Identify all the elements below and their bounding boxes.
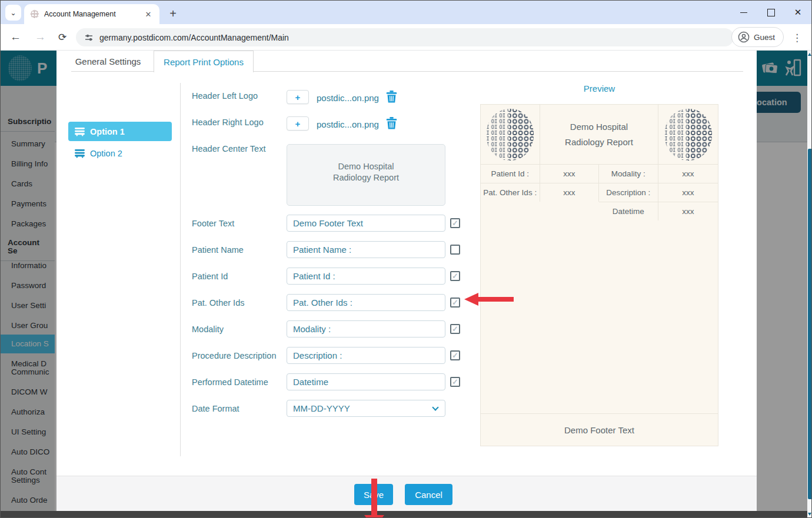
procedure-description-label: Procedure Description xyxy=(192,351,276,360)
option-list: Option 1 Option 2 xyxy=(56,72,180,476)
header-left-logo-add-button[interactable]: + xyxy=(287,90,309,104)
procedure-description-checkbox[interactable] xyxy=(450,350,460,360)
patient-id-checkbox[interactable] xyxy=(450,271,460,281)
profile-button[interactable]: Guest xyxy=(731,27,784,47)
forward-button xyxy=(35,31,46,44)
preview-right-logo xyxy=(658,105,718,164)
option-1-item[interactable]: Option 1 xyxy=(68,122,172,141)
profile-label: Guest xyxy=(754,33,775,42)
patient-name-input[interactable] xyxy=(287,241,445,258)
footer-text-checkbox[interactable] xyxy=(450,218,460,228)
header-center-text-label: Header Center Text xyxy=(192,144,265,153)
arrow-head xyxy=(364,515,384,518)
pat-other-ids-checkbox[interactable] xyxy=(450,298,460,308)
header-left-logo-filename: postdic...on.png xyxy=(317,93,379,103)
report-preview: Demo Hospital Radiology Report Patient I… xyxy=(480,104,718,446)
date-format-label: Date Format xyxy=(192,404,239,413)
performed-datetime-input[interactable] xyxy=(287,373,445,390)
preview-table-row: Datetime xxx xyxy=(481,202,718,220)
pat-other-ids-label: Pat. Other Ids xyxy=(192,298,244,308)
site-settings-icon[interactable] xyxy=(84,33,94,42)
chevron-down-icon xyxy=(432,404,438,410)
favicon-icon xyxy=(30,9,39,19)
patient-id-label: Patient Id xyxy=(192,272,228,281)
preview-cell xyxy=(540,202,600,220)
report-print-options-modal: General Settings Report Print Options Op… xyxy=(56,51,757,511)
preview-body xyxy=(481,220,718,413)
modality-label: Modality xyxy=(192,325,224,334)
tab-general-settings[interactable]: General Settings xyxy=(62,51,154,72)
url-text: germany.postdicom.com/AccountManagement/… xyxy=(99,33,289,42)
browser-menu-icon[interactable] xyxy=(792,32,802,44)
new-tab-button[interactable] xyxy=(165,6,181,21)
browser-window: ⌄ Account Management germany.postdicom.c… xyxy=(0,0,812,518)
patient-name-checkbox[interactable] xyxy=(450,245,460,255)
report-option-icon xyxy=(74,149,85,158)
column-divider xyxy=(180,83,181,456)
url-bar[interactable]: germany.postdicom.com/AccountManagement/… xyxy=(76,28,734,46)
modality-input[interactable] xyxy=(287,320,445,337)
back-button[interactable] xyxy=(10,31,21,44)
annotation-arrow-save-button xyxy=(364,479,384,518)
hospital-logo-icon xyxy=(483,107,537,162)
header-left-logo-delete-icon[interactable] xyxy=(386,91,397,103)
page-scrollbar[interactable] xyxy=(807,51,812,518)
preview-cell: Modality : xyxy=(599,164,658,183)
footer-text-label: Footer Text xyxy=(192,219,234,228)
scrollbar-down-arrow[interactable] xyxy=(808,513,811,516)
patient-id-input[interactable] xyxy=(287,268,445,285)
option-2-item[interactable]: Option 2 xyxy=(68,143,172,163)
scrollbar-up-arrow[interactable] xyxy=(808,53,811,56)
avatar-icon xyxy=(738,31,750,43)
preview-title: Preview xyxy=(480,83,718,93)
browser-tab-strip: ⌄ Account Management xyxy=(1,1,811,24)
patient-name-label: Patient Name xyxy=(192,245,244,255)
arrow-head xyxy=(464,293,478,306)
preview-cell: Patient Id : xyxy=(481,164,540,183)
hospital-logo-icon xyxy=(661,107,716,162)
header-right-logo-delete-icon[interactable] xyxy=(386,117,397,129)
arrow-shaft xyxy=(371,479,377,515)
report-option-icon xyxy=(74,127,85,136)
window-close-button[interactable] xyxy=(784,1,811,24)
preview-cell: Description : xyxy=(599,183,658,202)
footer-text-input[interactable] xyxy=(287,215,445,232)
preview-cell: xxx xyxy=(540,164,600,183)
date-format-value: MM-DD-YYYY xyxy=(293,403,350,413)
performed-datetime-label: Performed Datetime xyxy=(192,377,268,387)
tab-search-button[interactable]: ⌄ xyxy=(5,5,21,21)
browser-tab-title: Account Management xyxy=(44,10,143,18)
tab-close-icon[interactable] xyxy=(143,9,154,19)
preview-cell: xxx xyxy=(658,202,718,220)
app-page: P d Location Subscriptio Summary xyxy=(1,51,812,518)
browser-toolbar: germany.postdicom.com/AccountManagement/… xyxy=(1,24,811,51)
modality-checkbox[interactable] xyxy=(450,324,460,334)
window-minimize-button[interactable] xyxy=(730,1,757,24)
preview-header-row: Demo Hospital Radiology Report xyxy=(481,105,718,164)
pat-other-ids-input[interactable] xyxy=(287,294,445,311)
cancel-button[interactable]: Cancel xyxy=(405,484,452,505)
modal-footer: Save Cancel xyxy=(56,476,757,511)
preview-cell: Datetime xyxy=(599,202,658,220)
preview-cell: Pat. Other Ids : xyxy=(481,183,540,202)
preview-table-row: Pat. Other Ids : xxx Description : xxx xyxy=(481,183,718,202)
preview-table-row: Patient Id : xxx Modality : xxx xyxy=(481,164,718,183)
procedure-description-input[interactable] xyxy=(287,347,445,364)
header-right-logo-add-button[interactable]: + xyxy=(287,116,309,131)
reload-button[interactable] xyxy=(58,31,66,44)
performed-datetime-checkbox[interactable] xyxy=(450,377,460,387)
header-right-logo-filename: postdic...on.png xyxy=(317,119,379,129)
tab-report-print-options[interactable]: Report Print Options xyxy=(154,51,254,72)
scrollbar-thumb[interactable] xyxy=(808,149,812,499)
header-right-logo-label: Header Right Logo xyxy=(192,118,264,127)
header-left-logo-label: Header Left Logo xyxy=(192,91,258,101)
preview-left-logo xyxy=(481,105,540,164)
arrow-shaft xyxy=(477,297,514,302)
preview-header-center-text: Demo Hospital Radiology Report xyxy=(540,105,658,164)
window-maximize-button[interactable] xyxy=(757,1,784,24)
browser-tab[interactable]: Account Management xyxy=(24,4,159,24)
preview-footer-text: Demo Footer Text xyxy=(481,413,718,446)
date-format-select[interactable]: MM-DD-YYYY xyxy=(287,400,445,417)
option-1-label: Option 1 xyxy=(90,127,125,136)
header-center-text-area[interactable]: Demo Hospital Radiology Report xyxy=(287,144,445,206)
